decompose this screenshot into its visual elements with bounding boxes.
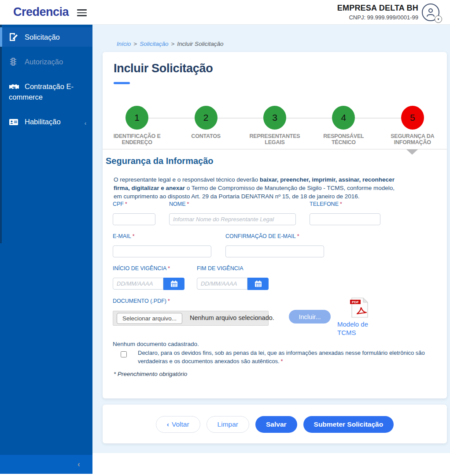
step-circle[interactable]: 4 xyxy=(332,106,355,130)
step-circle[interactable]: 3 xyxy=(263,106,286,130)
edit-document-icon xyxy=(9,33,19,41)
sidebar-collapse-bar[interactable]: ‹ xyxy=(0,455,92,474)
breadcrumb-current: Incluir Solicitação xyxy=(177,41,223,47)
calendar-icon xyxy=(255,280,262,287)
declaration-checkbox[interactable] xyxy=(121,351,127,357)
breadcrumb-separator: > xyxy=(133,41,137,47)
sidebar-item-contratacao-ecommerce[interactable]: Contratação E-commerce xyxy=(0,77,92,107)
active-step-pointer xyxy=(406,149,418,155)
required-asterisk: * xyxy=(168,265,170,271)
email-confirmation-input[interactable] xyxy=(225,245,324,257)
breadcrumb-separator: > xyxy=(171,41,174,47)
required-asterisk: * xyxy=(187,201,189,207)
required-fields-note: * Preenchimento obrigatório xyxy=(114,371,187,377)
solicitation-card: Incluir Solicitação 1 IDENTIFICAÇÃO E EN… xyxy=(103,52,447,398)
incluir-button[interactable]: Incluir... xyxy=(289,310,331,324)
inicio-vigencia-input[interactable] xyxy=(113,278,163,290)
step-label: REPRESENTANTES LEGAIS xyxy=(242,133,308,145)
documento-label: DOCUMENTO (.PDF)* xyxy=(113,298,170,304)
required-asterisk: * xyxy=(340,201,342,207)
step-label: RESPONSÁVEL TÉCNICO xyxy=(310,133,376,145)
company-name: EMPRESA DELTA BH xyxy=(337,4,418,13)
step-wizard: 1 IDENTIFICAÇÃO E ENDEREÇO 2 CONTATOS 3 … xyxy=(103,106,447,148)
sidebar-item-habilitacao[interactable]: Habilitação ‹ xyxy=(0,112,92,131)
actions-card: ‹Voltar Limpar Salvar Submeter Solicitaç… xyxy=(103,405,447,443)
sidebar-item-label: Solicitação xyxy=(25,33,60,41)
required-asterisk: * xyxy=(297,233,299,239)
step-circle[interactable]: 2 xyxy=(195,106,218,130)
traffic-light-icon xyxy=(9,57,19,66)
required-asterisk: * xyxy=(168,298,170,304)
wizard-step-2[interactable]: 2 CONTATOS xyxy=(171,106,240,148)
svg-text:PDF: PDF xyxy=(352,300,359,304)
step-circle[interactable]: 1 xyxy=(125,106,148,130)
file-status-text: Nenhum arquivo selecionado. xyxy=(190,314,274,321)
wizard-step-1[interactable]: 1 IDENTIFICAÇÃO E ENDEREÇO xyxy=(103,106,171,148)
breadcrumb-link-solicitacao[interactable]: Solicitação xyxy=(140,41,168,47)
inicio-vigencia-calendar-button[interactable] xyxy=(163,278,184,290)
fim-vigencia-input[interactable] xyxy=(197,278,247,290)
required-asterisk: * xyxy=(125,201,127,207)
top-bar: Credencia EMPRESA DELTA BH CNPJ: 99.999.… xyxy=(0,0,450,25)
main-content: Início>Solicitação>Incluir Solicitação I… xyxy=(92,25,450,476)
intro-text: O representante legal e o responsável té… xyxy=(114,176,260,183)
limpar-button[interactable]: Limpar xyxy=(207,416,249,433)
sidebar-item-label: Autorização xyxy=(25,58,63,66)
select-file-button[interactable]: Selecionar arquivo... xyxy=(117,313,182,324)
telefone-label: TELEFONE* xyxy=(310,201,342,207)
calendar-icon xyxy=(170,280,178,287)
step-circle[interactable]: 5 xyxy=(401,106,424,130)
sidebar: Solicitação Autorização xyxy=(0,25,92,455)
voltar-button[interactable]: ‹Voltar xyxy=(156,416,200,433)
modelo-tcms-link[interactable]: Modelo de TCMS xyxy=(337,320,381,337)
title-underline xyxy=(114,82,130,84)
step-label: SEGURANÇA DA INFORMAÇÃO xyxy=(380,133,446,145)
sidebar-item-autorizacao: Autorização xyxy=(0,52,92,71)
sidebar-collapse-chevron-icon[interactable]: ‹ xyxy=(77,459,80,469)
submeter-solicitacao-button[interactable]: Submeter Solicitação xyxy=(303,416,394,433)
wizard-step-5[interactable]: 5 SEGURANÇA DA INFORMAÇÃO xyxy=(378,106,447,148)
breadcrumb: Início>Solicitação>Incluir Solicitação xyxy=(117,41,223,47)
user-avatar[interactable]: ▾ xyxy=(422,4,440,22)
company-cnpj: CNPJ: 99.999.999/0001-99 xyxy=(337,14,418,21)
step-label: IDENTIFICAÇÃO E ENDEREÇO xyxy=(104,133,170,145)
cpf-input[interactable] xyxy=(113,213,155,225)
file-input[interactable]: Selecionar arquivo... Nenhum arquivo sel… xyxy=(113,311,269,326)
wizard-step-4[interactable]: 4 RESPONSÁVEL TÉCNICO xyxy=(309,106,378,148)
required-asterisk: * xyxy=(133,233,135,239)
wizard-step-3[interactable]: 3 REPRESENTANTES LEGAIS xyxy=(240,106,309,148)
step-label: CONTATOS xyxy=(191,133,220,139)
company-info: EMPRESA DELTA BH CNPJ: 99.999.999/0001-9… xyxy=(337,4,418,21)
app-window: Credencia EMPRESA DELTA BH CNPJ: 99.999.… xyxy=(0,0,450,476)
required-asterisk: * xyxy=(281,358,283,364)
nome-input[interactable] xyxy=(169,213,296,225)
submenu-collapse-chevron-icon[interactable]: ‹ xyxy=(85,118,86,129)
fim-vigencia-label: FIM DE VIGÊNCIA xyxy=(197,265,243,271)
action-buttons-row: ‹Voltar Limpar Salvar Submeter Solicitaç… xyxy=(103,416,447,433)
nome-label: NOME* xyxy=(169,201,189,207)
email-input[interactable] xyxy=(113,245,211,257)
fim-vigencia-calendar-button[interactable] xyxy=(247,278,269,290)
section-heading: Segurança da Informação xyxy=(106,156,214,166)
credencia-logo: Credencia xyxy=(13,5,69,19)
hamburger-menu-icon[interactable] xyxy=(77,7,87,16)
handshake-icon xyxy=(9,83,19,92)
id-card-icon xyxy=(9,118,19,127)
declaration-text: Declaro, para os devidos fins, sob as pe… xyxy=(138,349,434,366)
email-label: E-MAIL* xyxy=(113,233,135,239)
email-confirmation-label: CONFIRMAÇÃO DE E-MAIL* xyxy=(225,233,299,239)
sidebar-item-solicitacao[interactable]: Solicitação xyxy=(0,27,92,47)
inicio-vigencia-label: INÍCIO DE VIGÊNCIA* xyxy=(113,265,170,271)
chevron-left-icon: ‹ xyxy=(167,420,169,428)
sidebar-item-label: Habilitação xyxy=(25,118,61,126)
telefone-input[interactable] xyxy=(310,213,380,225)
section-divider xyxy=(103,149,447,149)
intro-paragraph: O representante legal e o responsável té… xyxy=(114,176,400,201)
breadcrumb-link-inicio[interactable]: Início xyxy=(117,41,131,47)
salvar-button[interactable]: Salvar xyxy=(255,416,297,433)
cpf-label: CPF* xyxy=(113,201,127,207)
no-document-text: Nenhum documento cadastrado. xyxy=(113,341,199,347)
pdf-file-icon[interactable]: PDF xyxy=(348,297,370,318)
avatar-chevron-down-icon[interactable]: ▾ xyxy=(435,15,442,23)
page-title: Incluir Solicitação xyxy=(114,62,213,75)
